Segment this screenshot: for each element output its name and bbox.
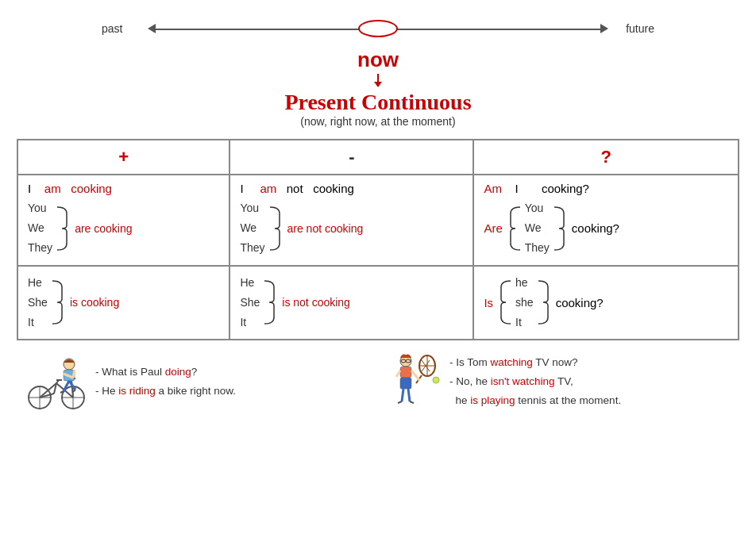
header-positive: +: [17, 140, 230, 175]
svg-line-42: [410, 401, 414, 403]
positive-cell-bottom: He She It is cooking: [17, 266, 230, 340]
neg-i-pronoun: I: [240, 182, 256, 195]
right-dialogue-text: - Is Tom watching TV now? - No, he isn't…: [449, 353, 621, 411]
right-line-2: - No, he isn't watching TV,: [449, 372, 621, 391]
bottom-left-dialogue: - What is Paul doing? - He is riding a b…: [24, 350, 370, 413]
pos-group-you: You We They are cooking: [28, 198, 219, 259]
svg-point-30: [433, 377, 439, 383]
svg-line-36: [411, 371, 419, 380]
q-pronoun-we: We: [525, 218, 550, 238]
question-cell-bottom: Is he she It cooking?: [473, 266, 739, 340]
pronoun-he: He: [28, 273, 48, 293]
pronoun-it: It: [28, 313, 48, 332]
pos-pronouns-you-we-they: You We They: [28, 198, 52, 259]
header-question: ?: [473, 140, 739, 175]
neg-pronoun-they: They: [240, 238, 264, 258]
q-pronouns-he-she-it: he she It: [515, 273, 534, 333]
neg-are-not-cooking: are not cooking: [287, 222, 364, 235]
title-sub: (now, right now, at the moment): [300, 115, 455, 128]
negative-cell-top: I am not cooking You We They: [230, 175, 473, 266]
q-pronoun-they: They: [525, 238, 550, 258]
q-are: Are: [484, 221, 502, 235]
right-line-3: he is playing tennis at the moment.: [449, 391, 621, 410]
timeline-section: past future now Present Continuous (now,…: [16, 8, 740, 136]
bracket-right-neg: [268, 206, 281, 252]
neg-i-am: am: [260, 182, 276, 195]
pos-i-cooking: cooking: [71, 182, 112, 195]
q-pronoun-you: You: [525, 198, 550, 218]
q-i-pronoun: I: [515, 182, 519, 195]
neg-pronoun-it: It: [240, 313, 260, 332]
svg-line-19: [73, 370, 75, 378]
left-line-1: - What is Paul doing?: [95, 363, 236, 382]
q-are-cooking: cooking?: [572, 221, 619, 235]
bracket-left-q: [509, 206, 522, 252]
neg-pronoun-you: You: [240, 198, 264, 218]
bracket-right-q-he: [537, 279, 550, 325]
header-negative: -: [230, 140, 473, 175]
timeline-arrow-right: [600, 24, 608, 33]
timeline-future-label: future: [624, 22, 656, 35]
pronoun-you: You: [28, 198, 52, 218]
title-main: Present Continuous: [284, 90, 471, 115]
pos-i-am: am: [44, 182, 61, 195]
bracket-right-pos: [56, 206, 68, 252]
pos-group-he: He She It is cooking: [28, 273, 219, 333]
neg-pronouns-he-she-it: He She It: [240, 273, 260, 333]
pronoun-she: She: [28, 293, 48, 313]
now-oval: [358, 20, 398, 37]
boy-bike-figure: [24, 350, 87, 413]
svg-marker-1: [374, 82, 382, 87]
q-pronoun-she: she: [515, 293, 534, 313]
grammar-table: + - ? I am cooking You: [17, 139, 739, 340]
bracket-right-neg-he: [263, 279, 276, 325]
neg-i-cooking: cooking: [313, 182, 354, 195]
pos-pronouns-he-she-it: He She It: [28, 273, 48, 333]
q-group-he: Is he she It cooking?: [484, 273, 728, 333]
left-line-2: - He is riding a bike right now.: [95, 382, 236, 401]
pronoun-they: They: [28, 238, 52, 258]
q-am: Am: [484, 182, 502, 195]
right-line-1: - Is Tom watching TV now?: [449, 353, 621, 372]
boy-tennis-figure: [386, 350, 442, 413]
now-arrow-down: [371, 74, 385, 88]
now-label: now: [357, 48, 399, 72]
timeline-past-label: past: [100, 22, 124, 35]
negative-cell-bottom: He She It is not cooking: [230, 266, 473, 340]
svg-rect-38: [400, 378, 411, 389]
svg-line-39: [402, 389, 403, 401]
neg-pronoun-we: We: [240, 218, 264, 238]
neg-group-he: He She It is not cooking: [240, 273, 463, 333]
q-is-cooking: cooking?: [556, 296, 604, 309]
neg-group-you: You We They are not cooking: [240, 198, 463, 259]
question-cell-top: Am I cooking? Are You We: [473, 175, 739, 266]
pronoun-we: We: [28, 218, 52, 238]
svg-line-40: [408, 389, 410, 401]
q-is: Is: [484, 296, 493, 309]
bracket-right-pos-he: [51, 279, 64, 325]
pos-are-cooking: are cooking: [75, 222, 132, 235]
pos-is-cooking: is cooking: [70, 296, 119, 309]
neg-i-not: not: [287, 182, 303, 195]
bracket-left-q-he: [499, 279, 512, 325]
pos-i-pronoun: I: [28, 182, 41, 195]
left-dialogue-text: - What is Paul doing? - He is riding a b…: [95, 363, 236, 401]
bottom-section: - What is Paul doing? - He is riding a b…: [16, 350, 740, 413]
neg-pronoun-she: She: [240, 293, 260, 313]
q-group-you: Are You We They cooking?: [484, 198, 728, 259]
svg-line-37: [396, 371, 400, 377]
q-pronoun-he: he: [515, 273, 534, 293]
neg-pronoun-he: He: [240, 273, 260, 293]
neg-pronouns-you-we-they: You We They: [240, 198, 264, 259]
q-pronoun-it: It: [515, 313, 534, 332]
timeline-arrow-left: [148, 24, 156, 33]
svg-rect-35: [400, 367, 411, 378]
positive-cell-top: I am cooking You We They: [17, 175, 230, 266]
neg-is-not-cooking: is not cooking: [282, 296, 350, 309]
q-pronouns-you-we-they: You We They: [525, 198, 550, 259]
bracket-right-q: [553, 206, 565, 252]
q-i-cooking: cooking?: [542, 182, 589, 195]
svg-line-41: [398, 401, 402, 403]
bottom-right-dialogue: - Is Tom watching TV now? - No, he isn't…: [386, 350, 732, 413]
